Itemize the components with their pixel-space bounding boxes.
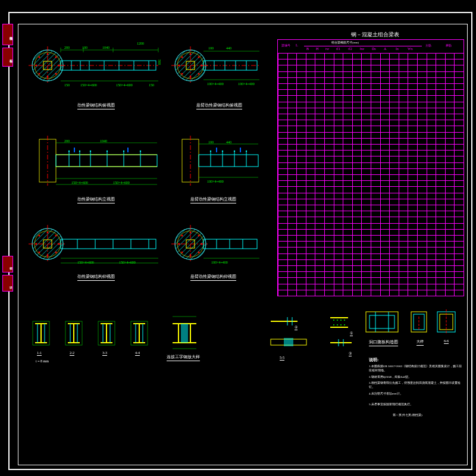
enlarge-caption: 大样 [416, 339, 424, 346]
col-3: H [316, 47, 318, 51]
joint-caption: 连接工字钢放大样 [167, 354, 200, 361]
detail-3: ③ [349, 351, 352, 356]
col-0: 梁编号 [281, 43, 290, 47]
col-10: Ix [396, 47, 399, 51]
col-12: 主筋 [425, 43, 431, 47]
col-4: tw [325, 47, 329, 51]
col-8: Ds [372, 47, 376, 51]
detail-2: ② [295, 325, 298, 330]
dim: 150 [64, 83, 70, 87]
subline [304, 46, 422, 46]
sheet-no: 第一页/共七页(劲性梁) [393, 413, 422, 416]
col-1: L [296, 43, 298, 47]
dim: 100×4=400 [211, 261, 228, 264]
dim: 1040 [100, 139, 107, 143]
left-tab-1: 图纸编号 [2, 24, 13, 45]
dim: 1200 [137, 42, 144, 45]
note-3: 3.劲性梁钢骨部分先施工，待强度达到后浇筑混凝土，并按图示设置栓钉。 [369, 381, 464, 389]
table-header: 梁编号 L 组合梁截面尺寸(mm) B H tw tf1 tf2 hw Ds A… [278, 40, 464, 54]
left-tab-4: 设计 [2, 275, 13, 292]
beam-table: 梁编号 L 组合梁截面尺寸(mm) B H tw tf1 tf2 hw Ds A… [277, 39, 464, 296]
sec-note: t = 8 mm [36, 359, 49, 363]
dim: 440 [226, 140, 231, 144]
caption-v2: 悬臂劲性梁钢结构俯视图 [196, 102, 242, 109]
opening-caption: 洞口腹板构造图 [369, 339, 398, 346]
dim: 100×4=400 [238, 82, 255, 86]
table-grid [278, 53, 464, 296]
dim: 150×4=600 [71, 181, 88, 184]
dim: 440 [226, 46, 231, 50]
cad-sheet: 图纸编号 工程名称 审核 设计 [0, 0, 476, 476]
col-9: A [384, 47, 386, 51]
dim: 150×4=600 [77, 261, 94, 264]
caption-v1: 劲性梁钢结构俯视图 [77, 102, 115, 109]
col-7: hw [360, 47, 364, 51]
dim: 100×4=400 [207, 180, 224, 183]
col-group: 组合梁截面尺寸(mm) [331, 40, 359, 44]
col-6: tf2 [348, 47, 352, 51]
dim: 150×4=600 [119, 261, 136, 264]
dim: 100 [208, 140, 214, 144]
note-5: 5.未尽事宜按国家现行规范执行。 [369, 402, 464, 406]
col-5: tf1 [336, 47, 340, 51]
left-tab-2: 工程名称 [2, 48, 13, 67]
dim: 100×4=400 [207, 82, 224, 86]
note-4: 4.未注明尺寸者以mm计。 [369, 392, 464, 395]
dim: 200 [64, 139, 70, 143]
sec-label-1: 1-1 [37, 351, 42, 356]
col-11: Wx [408, 47, 413, 51]
note-1: 1.本图依据GB 50017-2003《钢结构设计规范》及相关图集设计，施工前应… [369, 364, 464, 372]
sec55: 5-5 [280, 356, 284, 361]
dim: 150×4=600 [116, 83, 133, 87]
sec-label-2: 2-2 [70, 351, 74, 356]
sec-label-3: 3-3 [102, 351, 107, 356]
caption-v6: 悬臂劲性梁钢结构仰视图 [190, 274, 236, 281]
col-13: 箍筋 [446, 43, 452, 47]
notes-title: 说明: [369, 357, 378, 363]
sec-label-4: 4-4 [135, 351, 140, 356]
caption-v5: 劲性梁钢结构仰视图 [77, 274, 115, 281]
dim: 150×4=600 [80, 83, 97, 87]
col-2: B [306, 47, 309, 51]
caption-v3: 劲性梁钢结构立视图 [77, 196, 115, 203]
dim: 100 [208, 46, 214, 50]
dim: 200 [64, 46, 70, 49]
table-title: 钢－混凝土组合梁表 [351, 31, 399, 39]
caption-v4: 悬臂劲性梁钢结构立视图 [190, 196, 236, 203]
dim: 100 [82, 46, 87, 49]
dim: 1040 [102, 46, 109, 49]
sec66: 6-6 [444, 339, 449, 344]
dim: 150 [149, 83, 154, 87]
note-2: 2.钢材采用Q235B，焊条E43型。 [369, 375, 464, 378]
dim: 150×4=600 [113, 181, 130, 184]
dim: 500 [158, 60, 161, 65]
detail-1: ① [350, 331, 353, 336]
left-tab-3: 审核 [2, 256, 13, 273]
